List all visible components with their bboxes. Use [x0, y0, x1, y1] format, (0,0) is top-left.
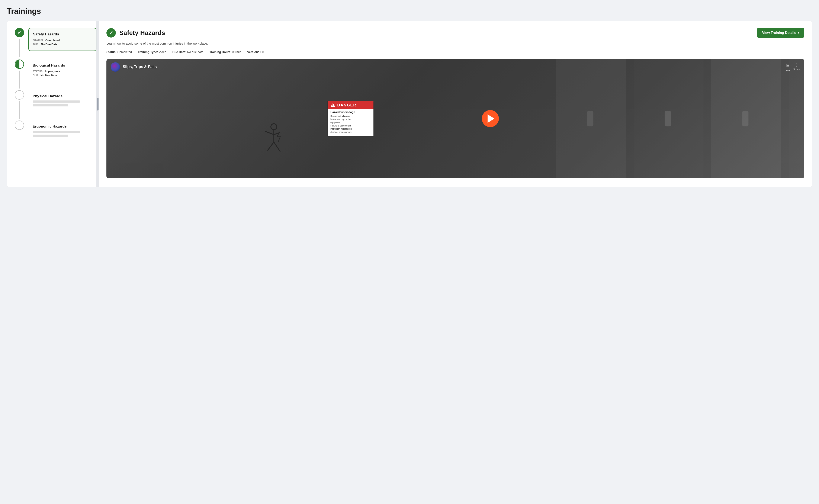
- timeline-item-ergonomic[interactable]: Ergonomic Hazards: [14, 121, 96, 142]
- channel-avatar: [111, 62, 120, 72]
- meta-hours-label: Training Hours:: [209, 50, 231, 54]
- scroll-divider[interactable]: [97, 21, 99, 187]
- svg-rect-6: [665, 111, 671, 126]
- meta-status-label: Status:: [106, 50, 116, 54]
- detail-title-row: ✓ Safety Hazards: [106, 28, 165, 38]
- timeline-icon-col-4: [14, 121, 25, 130]
- svg-point-9: [271, 124, 277, 130]
- timeline-item-physical[interactable]: Physical Hazards: [14, 90, 96, 112]
- svg-rect-5: [587, 111, 593, 126]
- due-value-2: No Due Date: [41, 74, 57, 77]
- timeline-icon-col-3: [14, 90, 25, 100]
- svg-rect-7: [742, 111, 748, 126]
- background-svg: [106, 59, 804, 178]
- danger-subtitle: Hazardous voltage.: [328, 109, 373, 114]
- slides-count: 1/1: [786, 68, 790, 71]
- meta-status: Status: Completed: [106, 50, 132, 54]
- play-icon: [488, 114, 494, 123]
- skeleton-line-3a: [33, 100, 80, 103]
- danger-header: DANGER: [328, 101, 373, 109]
- video-top-bar: Slips, Trips & Falls ⊞ 1/1 ⤴ Share: [106, 62, 804, 72]
- channel-info: Slips, Trips & Falls: [111, 62, 157, 72]
- detail-title: Safety Hazards: [119, 29, 165, 36]
- danger-body: Disconnect all power before working on t…: [328, 114, 373, 136]
- due-label-2: DUE:: [33, 74, 39, 77]
- due-value-1: No Due Date: [41, 43, 57, 46]
- status-value-1: Completed: [45, 39, 60, 42]
- svg-line-13: [267, 142, 274, 151]
- due-label-1: DUE:: [33, 43, 39, 46]
- timeline-item-safety[interactable]: ✓ Safety Hazards STATUS: Completed DUE: …: [14, 28, 96, 51]
- checkmark-icon: ✓: [17, 30, 21, 35]
- check-mark: ✓: [109, 30, 113, 36]
- half-circle: [15, 60, 23, 68]
- svg-line-14: [274, 142, 280, 152]
- right-panel: ✓ Safety Hazards View Training Details ▾…: [99, 21, 812, 187]
- skeleton-line-3b: [33, 104, 68, 106]
- timeline: ✓ Safety Hazards STATUS: Completed DUE: …: [14, 28, 96, 142]
- status-value-2: In progress: [45, 70, 60, 73]
- status-label-1: STATUS:: [33, 39, 44, 42]
- status-label-2: STATUS:: [33, 70, 43, 73]
- meta-type-value: Video: [159, 50, 167, 54]
- meta-row: Status: Completed Training Type: Video D…: [106, 50, 804, 54]
- biological-hazards-card[interactable]: Biological Hazards STATUS: In progress D…: [28, 60, 96, 82]
- timeline-icon-col-1: ✓: [14, 28, 25, 37]
- safety-hazards-card[interactable]: Safety Hazards STATUS: Completed DUE: No…: [28, 28, 96, 51]
- meta-due-label: Due Date:: [172, 50, 186, 54]
- left-panel: ✓ Safety Hazards STATUS: Completed DUE: …: [7, 21, 97, 187]
- share-icon: ⤴: [796, 63, 798, 68]
- meta-version: Version: 1.0: [247, 50, 264, 54]
- main-card: ✓ Safety Hazards STATUS: Completed DUE: …: [7, 21, 812, 187]
- card-due-1: DUE: No Due Date: [33, 43, 92, 46]
- scroll-thumb[interactable]: [97, 98, 99, 110]
- meta-version-label: Version:: [247, 50, 259, 54]
- share-button[interactable]: ⤴ Share: [793, 63, 800, 71]
- meta-version-value: 1.0: [260, 50, 264, 54]
- page-title: Trainings: [7, 7, 812, 16]
- slides-indicator: ⊞ 1/1: [786, 63, 790, 71]
- share-label: Share: [793, 68, 800, 71]
- card-title-2: Biological Hazards: [33, 63, 92, 68]
- in-progress-icon-2: [15, 60, 24, 69]
- physical-hazards-card[interactable]: Physical Hazards: [28, 90, 96, 112]
- chevron-down-icon: ▾: [798, 31, 799, 34]
- timeline-item-biological[interactable]: Biological Hazards STATUS: In progress D…: [14, 60, 96, 82]
- detail-check-icon: ✓: [106, 28, 116, 38]
- meta-due-date: Due Date: No due date: [172, 50, 203, 54]
- skeleton-line-4b: [33, 135, 68, 137]
- play-button[interactable]: [482, 110, 499, 127]
- danger-sign: DANGER Hazardous voltage. Disconnect all…: [327, 101, 374, 137]
- card-status-2: STATUS: In progress: [33, 70, 92, 73]
- card-title-4: Ergonomic Hazards: [33, 124, 92, 129]
- video-controls-right: ⊞ 1/1 ⤴ Share: [786, 63, 800, 71]
- view-training-details-button[interactable]: View Training Details ▾: [757, 28, 804, 38]
- not-started-icon-4: [15, 121, 24, 130]
- ergonomic-hazards-card[interactable]: Ergonomic Hazards: [28, 121, 96, 142]
- svg-rect-4: [789, 59, 804, 178]
- card-title-3: Physical Hazards: [33, 94, 92, 98]
- stick-figure-svg: [261, 123, 287, 157]
- card-due-2: DUE: No Due Date: [33, 74, 92, 77]
- svg-line-11: [265, 131, 274, 135]
- skeleton-line-4a: [33, 131, 80, 133]
- channel-name: Slips, Trips & Falls: [123, 65, 157, 69]
- meta-type-label: Training Type:: [138, 50, 158, 54]
- card-title-1: Safety Hazards: [33, 32, 92, 36]
- training-description: Learn how to avoid some of the most comm…: [106, 41, 804, 46]
- warning-triangle-icon: [330, 103, 335, 107]
- detail-header: ✓ Safety Hazards View Training Details ▾: [106, 28, 804, 38]
- meta-due-value: No due date: [187, 50, 203, 54]
- card-status-1: STATUS: Completed: [33, 39, 92, 42]
- timeline-line-3: [19, 101, 20, 119]
- timeline-icon-col-2: [14, 60, 25, 69]
- completed-icon-1: ✓: [15, 28, 24, 37]
- view-details-label: View Training Details: [762, 31, 796, 35]
- meta-hours-value: 30 min: [232, 50, 241, 54]
- meta-training-hours: Training Hours: 30 min: [209, 50, 241, 54]
- video-container[interactable]: DANGER Hazardous voltage. Disconnect all…: [106, 59, 804, 178]
- meta-status-value: Completed: [117, 50, 132, 54]
- danger-text: DANGER: [337, 103, 356, 107]
- timeline-line-1: [19, 39, 20, 57]
- not-started-icon-3: [15, 90, 24, 100]
